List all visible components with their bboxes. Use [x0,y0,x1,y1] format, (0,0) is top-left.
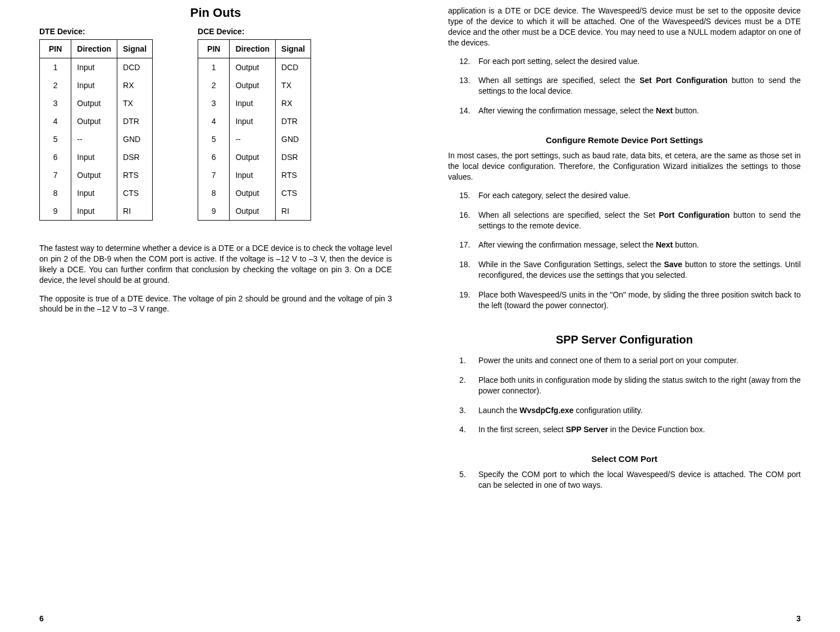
bold-text: SPP Server [566,425,608,434]
steps-list: 1.Power the units and connect one of the… [459,355,801,444]
step-number: 17. [459,240,478,250]
table-row: 4InputDTR [198,112,311,130]
table-row: 7InputRTS [198,166,311,184]
page-title: Pin Outs [39,6,392,20]
header-direction: Direction [71,40,117,58]
table-row: 1InputDCD [40,58,153,77]
table-cell: Output [230,148,276,166]
step-text: For each category, select the desired va… [478,190,801,201]
bold-text: Set Port Configuration [640,76,728,85]
step-number: 4. [459,424,478,435]
list-item: 5.Specify the COM port to which the loca… [459,469,801,491]
table-cell: TX [276,76,311,94]
table-cell: Input [71,202,117,221]
table-row: 8InputCTS [40,184,153,202]
steps-list: 12.For each port setting, select the des… [459,56,801,126]
table-cell: -- [71,130,117,148]
table-cell: 5 [198,130,230,148]
table-cell: DTR [117,112,153,130]
list-item: 1.Power the units and connect one of the… [459,355,801,366]
table-cell: RTS [117,166,153,184]
dce-table-block: DCE Device: PIN Direction Signal 1Output… [198,27,311,221]
step-number: 19. [459,290,478,311]
page-number: 6 [39,614,44,623]
table-cell: RI [276,202,311,221]
table-row: 5--GND [198,130,311,148]
step-text: When all settings are specified, select … [478,75,801,97]
table-cell: Input [71,184,117,202]
step-text: Power the units and connect one of them … [478,355,801,366]
step-number: 12. [459,56,478,67]
table-cell: 8 [198,184,230,202]
step-number: 18. [459,259,478,281]
table-cell: DSR [117,148,153,166]
table-cell: Output [230,76,276,94]
list-item: 2.Place both units in configuration mode… [459,375,801,396]
left-page: Pin Outs DTE Device: PIN Direction Signa… [22,6,420,621]
list-item: 14.After viewing the confirmation messag… [459,106,801,116]
dce-table: PIN Direction Signal 1OutputDCD2OutputTX… [198,39,311,221]
bold-text: Save [664,260,682,269]
paragraph: The opposite is true of a DTE device. Th… [39,294,392,315]
list-item: 19.Place both Wavespeed/S units in the "… [459,290,801,311]
header-pin: PIN [40,40,71,58]
header-signal: Signal [276,40,311,58]
table-cell: DCD [276,58,311,77]
table-row: 5--GND [40,130,153,148]
step-number: 2. [459,375,478,396]
dce-label: DCE Device: [198,27,311,36]
step-text: Launch the WvsdpCfg.exe configuration ut… [478,405,801,416]
section-heading: Configure Remote Device Port Settings [448,135,801,145]
header-pin: PIN [198,40,230,58]
table-cell: CTS [276,184,311,202]
table-row: 8OutputCTS [198,184,311,202]
right-page: application is a DTE or DCE device. The … [420,6,818,621]
table-cell: -- [230,130,276,148]
table-cell: 6 [40,148,71,166]
table-row: 4OutputDTR [40,112,153,130]
table-cell: 6 [198,148,230,166]
dte-table-block: DTE Device: PIN Direction Signal 1InputD… [39,27,153,221]
table-cell: DCD [117,58,153,77]
table-row: 3InputRX [198,94,311,112]
table-cell: 2 [198,76,230,94]
steps-list: 5.Specify the COM port to which the loca… [459,469,801,500]
table-cell: 2 [40,76,71,94]
table-cell: Output [71,166,117,184]
step-text: When all selections are specified, selec… [478,210,801,231]
table-cell: 8 [40,184,71,202]
table-cell: GND [276,130,311,148]
step-text: Specify the COM port to which the local … [478,469,801,491]
step-text: After viewing the confirmation message, … [478,240,801,250]
table-cell: RX [117,76,153,94]
bold-text: Port Configuration [659,210,729,219]
table-cell: Output [230,58,276,77]
table-row: 2InputRX [40,76,153,94]
bold-text: WvsdpCfg.exe [519,406,573,415]
step-text: While in the Save Configuration Settings… [478,259,801,281]
table-cell: DSR [276,148,311,166]
table-row: 9OutputRI [198,202,311,221]
table-cell: Input [71,148,117,166]
table-row: 3OutputTX [40,94,153,112]
table-cell: Input [230,94,276,112]
table-cell: 5 [40,130,71,148]
page-number: 3 [796,614,801,623]
table-cell: RI [117,202,153,221]
dte-table: PIN Direction Signal 1InputDCD2InputRX3O… [39,39,153,221]
table-row: 7OutputRTS [40,166,153,184]
table-cell: Input [230,166,276,184]
tables-row: DTE Device: PIN Direction Signal 1InputD… [39,27,392,221]
step-number: 16. [459,210,478,231]
table-cell: 9 [198,202,230,221]
step-text: Place both units in configuration mode b… [478,375,801,396]
table-cell: Output [230,184,276,202]
table-cell: RTS [276,166,311,184]
step-text: Place both Wavespeed/S units in the "On"… [478,290,801,311]
paragraph: application is a DTE or DCE device. The … [448,6,801,48]
table-row: 9InputRI [40,202,153,221]
table-cell: Output [71,94,117,112]
section-heading: Select COM Port [448,454,801,464]
table-cell: Input [230,112,276,130]
table-cell: 4 [40,112,71,130]
